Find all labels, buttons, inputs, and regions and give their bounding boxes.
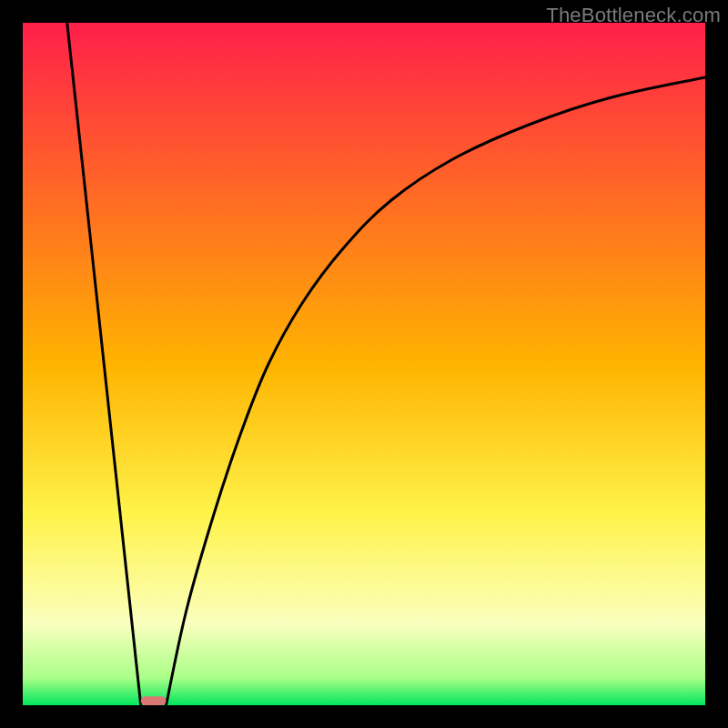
chart-background xyxy=(23,23,705,705)
notch-marker xyxy=(141,696,167,705)
watermark-text: TheBottleneck.com xyxy=(546,4,721,27)
chart-svg xyxy=(23,23,705,705)
chart-frame xyxy=(23,23,705,705)
